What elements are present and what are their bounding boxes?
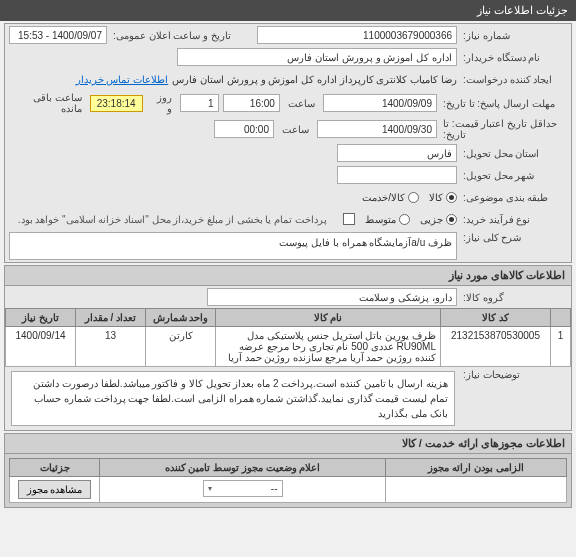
reply-time: 16:00 bbox=[223, 94, 280, 112]
radio-service-label: کالا/خدمت bbox=[362, 192, 405, 203]
table-header-row: کد کالا نام کالا واحد شمارش تعداد / مقدا… bbox=[6, 309, 571, 327]
buyer-contact-link[interactable]: اطلاعات تماس خریدار bbox=[76, 74, 169, 85]
radio-goods[interactable]: کالا bbox=[429, 192, 457, 203]
explain-text: هزینه ارسال با تامین کننده است.پرداخت 2 … bbox=[11, 371, 455, 426]
delivery-state: فارس bbox=[337, 144, 457, 162]
need-no-label: شماره نیاز: bbox=[457, 30, 567, 41]
th-date: تاریخ نیاز bbox=[6, 309, 76, 327]
radio-dot-icon bbox=[446, 192, 457, 203]
time-label-1: ساعت bbox=[284, 98, 319, 109]
cell-qty: 13 bbox=[76, 327, 146, 367]
summary-label: شرح کلی نیاز: bbox=[457, 232, 567, 243]
th-mandatory: الزامی بودن ارائه مجوز bbox=[386, 459, 567, 477]
th-qty: تعداد / مقدار bbox=[76, 309, 146, 327]
validity-time: 00:00 bbox=[214, 120, 274, 138]
radio-dot-icon bbox=[399, 214, 410, 225]
chevron-down-icon: ▾ bbox=[208, 484, 212, 493]
purchase-type-radios: جزیی متوسط پرداخت تمام یا بخشی از مبلغ خ… bbox=[9, 212, 457, 227]
need-info-section: شماره نیاز: 1100003679000366 تاریخ و ساع… bbox=[4, 23, 572, 263]
license-table: الزامی بودن ارائه مجوز اعلام وضعیت مجوز … bbox=[9, 458, 567, 503]
goods-group-value: دارو، پزشکی و سلامت bbox=[207, 288, 457, 306]
goods-group-label: گروه کالا: bbox=[457, 292, 567, 303]
page-header: جزئیات اطلاعات نیاز bbox=[0, 0, 576, 21]
th-code: کد کالا bbox=[441, 309, 551, 327]
radio-small[interactable]: جزیی bbox=[420, 214, 457, 225]
need-no-value: 1100003679000366 bbox=[257, 26, 457, 44]
payment-checkbox[interactable] bbox=[343, 213, 355, 225]
reply-deadline-label: مهلت ارسال پاسخ: تا تاریخ: bbox=[437, 98, 567, 109]
table-row: 1 2132153870530005 ظرف یورین باتل استریل… bbox=[6, 327, 571, 367]
cell-name: ظرف یورین باتل استریل جنس پلاستیکی مدل R… bbox=[216, 327, 441, 367]
buyer-org-label: نام دستگاه خریدار: bbox=[457, 52, 567, 63]
delivery-city-label: شهر محل تحویل: bbox=[457, 170, 567, 181]
days-remaining: 1 bbox=[180, 94, 218, 112]
validity-date: 1400/09/30 bbox=[317, 120, 437, 138]
explain-label: توضیحات نیاز: bbox=[457, 369, 567, 380]
radio-medium-label: متوسط bbox=[365, 214, 396, 225]
table-header-row: الزامی بودن ارائه مجوز اعلام وضعیت مجوز … bbox=[10, 459, 567, 477]
summary-text: ظرف a/uآزمایشگاه همراه با فایل پیوست bbox=[9, 232, 457, 260]
buyer-org-value: اداره کل اموزش و پرورش استان فارس bbox=[177, 48, 457, 66]
announce-value: 1400/09/07 - 15:53 bbox=[9, 26, 107, 44]
requester-label: ایجاد کننده درخواست: bbox=[457, 74, 567, 85]
requester-value: رضا کامیاب کلانتری کارپرداز اداره کل امو… bbox=[172, 74, 457, 85]
reply-date: 1400/09/09 bbox=[323, 94, 437, 112]
cell-status: -- ▾ bbox=[100, 477, 386, 503]
cell-unit: کارتن bbox=[146, 327, 216, 367]
cell-details: مشاهده مجوز bbox=[10, 477, 100, 503]
th-status: اعلام وضعیت مجوز توسط تامین کننده bbox=[100, 459, 386, 477]
delivery-city bbox=[337, 166, 457, 184]
goods-section-title: اطلاعات کالاهای مورد نیاز bbox=[5, 266, 571, 286]
time-label-2: ساعت bbox=[278, 124, 313, 135]
view-license-button[interactable]: مشاهده مجوز bbox=[18, 480, 92, 499]
announce-label: تاریخ و ساعت اعلان عمومی: bbox=[107, 30, 257, 41]
radio-small-label: جزیی bbox=[420, 214, 443, 225]
radio-dot-icon bbox=[408, 192, 419, 203]
radio-dot-icon bbox=[446, 214, 457, 225]
status-select[interactable]: -- ▾ bbox=[203, 480, 283, 497]
cell-idx: 1 bbox=[551, 327, 571, 367]
th-unit: واحد شمارش bbox=[146, 309, 216, 327]
th-name: نام کالا bbox=[216, 309, 441, 327]
purchase-type-label: نوع فرآیند خرید: bbox=[457, 214, 567, 225]
radio-medium[interactable]: متوسط bbox=[365, 214, 410, 225]
table-row: -- ▾ مشاهده مجوز bbox=[10, 477, 567, 503]
subject-class-label: طبقه بندی موضوعی: bbox=[457, 192, 567, 203]
radio-service[interactable]: کالا/خدمت bbox=[362, 192, 419, 203]
days-label: روز و bbox=[147, 92, 177, 114]
th-details: جزئیات bbox=[10, 459, 100, 477]
subject-class-radios: کالا کالا/خدمت bbox=[9, 192, 457, 203]
goods-table: کد کالا نام کالا واحد شمارش تعداد / مقدا… bbox=[5, 308, 571, 367]
license-section: اطلاعات مجوزهای ارائه خدمت / کالا الزامی… bbox=[4, 433, 572, 508]
page-title: جزئیات اطلاعات نیاز bbox=[477, 4, 568, 16]
cell-date: 1400/09/14 bbox=[6, 327, 76, 367]
select-value: -- bbox=[271, 483, 278, 494]
delivery-state-label: استان محل تحویل: bbox=[457, 148, 567, 159]
radio-goods-label: کالا bbox=[429, 192, 443, 203]
cell-code: 2132153870530005 bbox=[441, 327, 551, 367]
countdown-timer: 23:18:14 bbox=[90, 95, 143, 112]
license-section-title: اطلاعات مجوزهای ارائه خدمت / کالا bbox=[5, 434, 571, 454]
cell-mandatory bbox=[386, 477, 567, 503]
th-idx bbox=[551, 309, 571, 327]
license-panel: الزامی بودن ارائه مجوز اعلام وضعیت مجوز … bbox=[5, 454, 571, 507]
validity-label: حداقل تاریخ اعتبار قیمت: تا تاریخ: bbox=[437, 118, 567, 140]
payment-note: پرداخت تمام یا بخشی از مبلغ خرید،از محل … bbox=[12, 212, 333, 227]
remaining-label: ساعت باقی مانده bbox=[9, 92, 86, 114]
goods-section: اطلاعات کالاهای مورد نیاز گروه کالا: دار… bbox=[4, 265, 572, 431]
